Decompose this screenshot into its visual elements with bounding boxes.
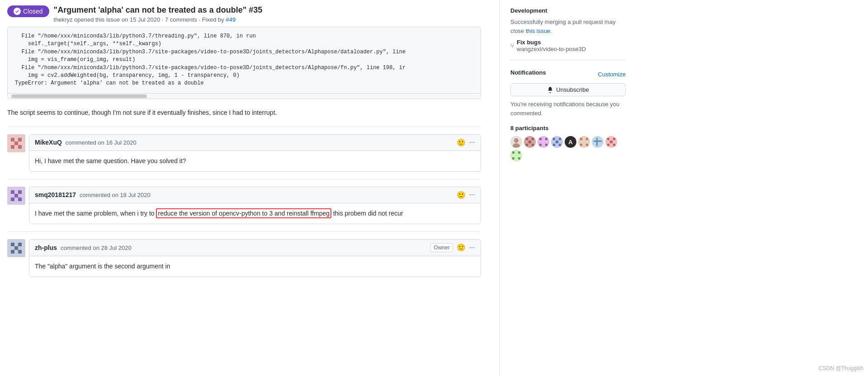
svg-rect-30 — [539, 144, 542, 146]
emoji-button-mikexuq[interactable]: 🙂 — [457, 138, 466, 147]
participant-9[interactable] — [510, 150, 522, 161]
svg-rect-13 — [11, 243, 14, 246]
svg-rect-31 — [545, 144, 547, 146]
participant-4[interactable] — [551, 136, 563, 148]
avatar-smq — [7, 187, 25, 205]
issue-meta-text: thekryz opened this issue on 15 Jul 2020… — [54, 16, 224, 23]
avatar-zhplus — [7, 239, 25, 257]
fix-bugs-repo: wangzexi/video-to-pose3D — [517, 46, 586, 52]
participant-3[interactable] — [538, 136, 549, 148]
svg-point-38 — [578, 136, 590, 148]
svg-rect-16 — [11, 250, 14, 254]
participants-row: A — [510, 136, 626, 161]
svg-rect-42 — [586, 144, 588, 146]
fixed-by-link[interactable]: #49 — [226, 16, 236, 23]
unsubscribe-button[interactable]: Unsubscribe — [510, 83, 626, 96]
svg-rect-10 — [11, 197, 14, 201]
svg-rect-24 — [526, 144, 528, 146]
comment-author-date-mikexuq: MikeXuQ commented on 16 Jul 2020 — [35, 139, 137, 146]
comment-actions-zhplus: Owner 🙂 ··· — [430, 243, 475, 252]
participant-2[interactable] — [524, 136, 536, 148]
more-button-zhplus[interactable]: ··· — [469, 244, 475, 251]
issue-meta: thekryz opened this issue on 15 Jul 2020… — [54, 16, 481, 23]
participant-1[interactable] — [510, 136, 522, 148]
comment-author-date-zhplus: zh-plus commented on 28 Jul 2020 — [35, 244, 132, 251]
svg-rect-23 — [532, 138, 534, 140]
comment-author-zhplus: zh-plus — [35, 244, 57, 251]
participants-title: 8 participants — [510, 125, 626, 132]
svg-point-52 — [510, 150, 522, 161]
svg-rect-55 — [512, 157, 514, 160]
comment-text-smq-prefix: I have met the same problem, when i try … — [35, 210, 156, 217]
svg-rect-28 — [539, 138, 542, 140]
svg-point-19 — [514, 138, 519, 143]
code-scrollbar[interactable] — [8, 93, 481, 99]
fix-bugs-label: Fix bugs — [517, 39, 586, 46]
comment-body-zhplus: The "alpha" argument is the second argum… — [29, 256, 481, 277]
notifications-note: You're receiving notifications because y… — [510, 100, 626, 118]
development-title: Development — [510, 7, 626, 14]
script-continues-text: The script seems to continue, though I'm… — [7, 104, 481, 123]
participants-section: 8 participants A — [510, 125, 626, 161]
more-button-mikexuq[interactable]: ··· — [469, 139, 475, 146]
svg-rect-45 — [596, 138, 598, 146]
comment-author-date-smq: smq20181217 commented on 18 Jul 2020 — [35, 191, 151, 198]
comment-smq: smq20181217 commented on 18 Jul 2020 🙂 ·… — [7, 187, 481, 224]
participant-8[interactable] — [605, 136, 617, 148]
notifications-title: Notifications — [510, 69, 546, 76]
svg-point-27 — [538, 136, 549, 148]
avatar-mikexuq — [7, 134, 25, 152]
svg-rect-8 — [18, 190, 22, 194]
owner-badge-zhplus: Owner — [430, 243, 453, 252]
this-issue-link[interactable]: this issue — [526, 28, 550, 34]
customize-link[interactable]: Customize — [598, 71, 626, 78]
svg-rect-50 — [613, 144, 615, 146]
comment-header-smq: smq20181217 commented on 18 Jul 2020 🙂 ·… — [29, 187, 481, 203]
divider — [7, 127, 481, 127]
participant-6[interactable] — [578, 136, 590, 148]
svg-rect-2 — [18, 138, 22, 141]
svg-rect-51 — [610, 141, 613, 143]
comment-box-mikexuq: MikeXuQ commented on 16 Jul 2020 🙂 ··· H… — [29, 134, 481, 172]
participant-7[interactable] — [592, 136, 604, 148]
comment-header-mikexuq: MikeXuQ commented on 16 Jul 2020 🙂 ··· — [29, 135, 481, 151]
development-section: Development Successfully merging a pull … — [510, 7, 626, 60]
code-block: File "/home/xxx/miniconda3/lib/python3.7… — [8, 27, 481, 93]
comment-text-mikexuq: Hi, I have met the same question. Have y… — [35, 157, 186, 164]
svg-rect-54 — [518, 151, 520, 154]
svg-rect-26 — [528, 141, 531, 143]
participant-5[interactable]: A — [565, 136, 576, 148]
svg-rect-36 — [553, 144, 555, 146]
svg-rect-37 — [559, 144, 561, 146]
development-text: Successfully merging a pull request may … — [510, 18, 626, 35]
svg-rect-25 — [532, 144, 534, 146]
comment-text-smq-highlight: reduce the version of opencv-python to 3… — [156, 208, 331, 218]
emoji-button-smq[interactable]: 🙂 — [457, 191, 466, 199]
branch-icon: ⑂ — [510, 42, 514, 49]
code-block-wrapper: File "/home/xxx/miniconda3/lib/python3.7… — [7, 27, 481, 99]
svg-rect-33 — [553, 138, 555, 140]
watermark: CSDN @Thuggish — [819, 365, 863, 371]
check-icon — [14, 8, 21, 15]
svg-rect-49 — [607, 144, 609, 146]
comment-actions-mikexuq: 🙂 ··· — [457, 138, 475, 147]
issue-title: "Argument 'alpha' can not be treated as … — [54, 5, 481, 15]
script-text: The script seems to continue, though I'm… — [7, 109, 277, 116]
more-button-smq[interactable]: ··· — [469, 191, 475, 198]
comment-header-zhplus: zh-plus commented on 28 Jul 2020 Owner 🙂… — [29, 240, 481, 256]
fix-bugs-details: Fix bugs wangzexi/video-to-pose3D — [517, 39, 586, 52]
comment-text-zhplus: The "alpha" argument is the second argum… — [35, 263, 170, 270]
divider-3 — [7, 231, 481, 232]
comment-date-mikexuq: commented on 16 Jul 2020 — [66, 139, 137, 146]
comment-author-smq: smq20181217 — [35, 191, 76, 198]
svg-rect-5 — [18, 145, 22, 149]
svg-rect-47 — [607, 138, 609, 140]
svg-rect-3 — [14, 141, 18, 145]
fix-bugs-item: ⑂ Fix bugs wangzexi/video-to-pose3D — [510, 39, 626, 52]
divider-2 — [7, 179, 481, 179]
emoji-button-zhplus[interactable]: 🙂 — [457, 243, 466, 252]
comment-author-mikexuq: MikeXuQ — [35, 139, 62, 146]
svg-rect-34 — [559, 138, 561, 140]
comment-mikexuq: MikeXuQ commented on 16 Jul 2020 🙂 ··· H… — [7, 134, 481, 172]
svg-rect-35 — [556, 141, 558, 143]
